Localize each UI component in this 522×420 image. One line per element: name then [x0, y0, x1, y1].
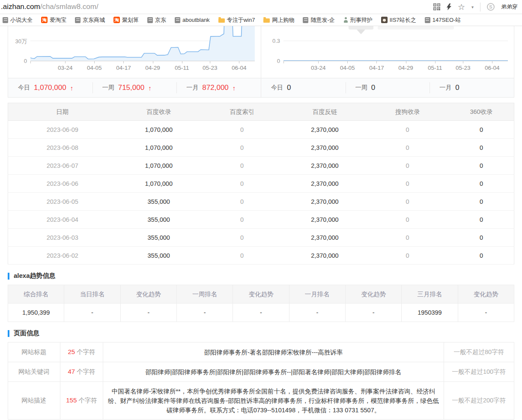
table-row: 2023-06-04355,00002,370,00000	[8, 211, 514, 229]
date-cell: 2023-06-03	[8, 229, 117, 247]
bookmark-item[interactable]: 网上购物	[263, 16, 294, 24]
bookmark-item[interactable]: 淘爱淘宝	[41, 16, 66, 24]
baidu-collect-trend-chart[interactable]: 30万 0 03-2404-0504-1704-2905-1105-2306-0…	[8, 26, 261, 78]
value-cell: 1,070,000	[117, 175, 201, 193]
value-cell: 2,370,000	[283, 229, 366, 247]
browser-toolbar-actions: ☆ ▾ S 弟弟穿	[433, 3, 518, 12]
bookmark-item[interactable]: 专注于win7	[218, 16, 255, 24]
value-cell: 2,370,000	[283, 247, 366, 265]
x-axis-tick	[283, 61, 284, 63]
bookmark-label: IIS7站长之	[390, 16, 416, 24]
bookmark-label: 京东	[155, 16, 166, 24]
chart-plot-area[interactable]: 03-2404-0504-1704-2905-1105-2306-04	[30, 26, 255, 61]
stat-month: 一月 0	[430, 78, 514, 97]
section-title-text: 页面信息	[14, 329, 39, 337]
profile-name[interactable]: 弟弟穿	[501, 3, 518, 11]
seo-overview-panel: 30万 0 03-2404-0504-1704-2905-1105-2306-0…	[8, 26, 514, 98]
value-cell: 0	[449, 211, 514, 229]
column-header: 日期	[8, 103, 117, 121]
site-title-value: 邵阳律师事务所-著名邵阳律师宋牧律所---高胜诉率	[103, 343, 444, 362]
value-cell: 0	[449, 175, 514, 193]
lightning-icon[interactable]	[447, 3, 451, 10]
x-axis-label: 04-05	[87, 65, 102, 71]
value-cell: 0	[366, 247, 449, 265]
y-axis-max-label: 30万	[8, 38, 27, 45]
chart-plot-area[interactable]: 03-2404-0504-1704-2905-1105-2306-04	[283, 26, 508, 61]
value-cell: 0	[449, 193, 514, 211]
x-axis-label: 06-04	[485, 65, 500, 71]
column-header: 搜狗收录	[366, 103, 449, 121]
x-axis-label: 05-11	[428, 65, 442, 71]
value-cell: 2,370,000	[283, 193, 366, 211]
bookmark-star-icon[interactable]: ☆	[458, 3, 465, 11]
toolbar-divider	[480, 3, 480, 12]
table-row: 1,950,399------1950399-	[8, 304, 514, 322]
value-cell: 0	[201, 139, 283, 157]
bookmark-item[interactable]: 京东	[147, 16, 166, 24]
s-circle-icon[interactable]: S	[487, 3, 495, 11]
value-cell: 0	[201, 247, 283, 265]
x-axis-label: 04-17	[116, 65, 131, 71]
value-cell: 0	[201, 211, 283, 229]
bookmark-item[interactable]: IIS7站长之	[381, 16, 416, 24]
bookmark-label: 网上购物	[272, 16, 294, 24]
bookmark-item[interactable]: 京东商城	[75, 16, 105, 24]
date-cell: 2023-06-06	[8, 175, 117, 193]
value-cell: 0	[449, 157, 514, 175]
y-axis-max-label: 0.3	[261, 38, 280, 44]
value-cell: 1,950,399	[8, 304, 64, 322]
bookmark-item[interactable]: 刑事辩护	[343, 16, 373, 24]
baidu-index-trend-chart[interactable]: 0.3 0 03-2404-0504-1704-2905-1105-2306-0…	[261, 26, 514, 78]
value-cell: 355,000	[117, 247, 201, 265]
date-cell: 2023-06-02	[8, 247, 117, 265]
x-axis-label: 03-24	[58, 65, 73, 71]
up-arrow-icon: ↑	[70, 84, 74, 92]
value-cell: 2,370,000	[283, 139, 366, 157]
column-header: 一周排名	[176, 285, 233, 304]
x-axis-tick	[376, 61, 377, 63]
bookmark-label: 刑事辩护	[350, 16, 373, 24]
chevron-down-icon[interactable]: ▾	[471, 5, 474, 9]
column-header: 百度反链	[283, 103, 366, 121]
char-count: 47个字符	[60, 362, 103, 382]
section-accent-bar	[8, 273, 9, 280]
column-header: 当日排名	[64, 285, 120, 304]
qr-code-icon[interactable]	[433, 3, 440, 10]
x-axis-tick	[347, 61, 348, 63]
table-header-row: 综合排名当日排名变化趋势一周排名变化趋势一月排名变化趋势三月排名变化趋势	[8, 285, 514, 304]
alexa-section-title: alexa趋势信息	[8, 272, 514, 280]
bookmark-item[interactable]: 随意发-企	[303, 16, 334, 24]
x-axis-tick	[30, 61, 31, 63]
value-cell: 1,070,000	[117, 157, 201, 175]
x-axis-tick	[406, 61, 406, 63]
bookmark-item[interactable]: 淘聚划算	[113, 16, 139, 24]
column-header: 百度收录	[117, 103, 201, 121]
stat-week: 一周 715,000 ↑	[92, 78, 177, 97]
column-header: 变化趋势	[345, 285, 401, 304]
x-axis-label: 04-29	[145, 65, 160, 71]
value-cell: -	[64, 304, 120, 322]
value-cell: 0	[201, 157, 283, 175]
x-axis-label: 03-24	[311, 65, 326, 71]
bookmark-item[interactable]: 147SEO-站	[425, 16, 461, 24]
table-row: 2023-06-071,070,00002,370,00000	[8, 157, 514, 175]
table-row: 2023-06-03355,00002,370,00000	[8, 229, 514, 247]
value-cell: 0	[366, 229, 449, 247]
url-path: /cha/smlaw8.com/	[40, 3, 98, 11]
value-cell: -	[289, 304, 345, 322]
x-axis-labels: 03-2404-0504-1704-2905-1105-2306-04	[283, 26, 508, 61]
table-row: 2023-06-02355,00002,370,00000	[8, 247, 514, 265]
bookmark-item[interactable]: 小说大全	[3, 16, 33, 24]
value-cell: 355,000	[117, 211, 201, 229]
x-axis-label: 05-23	[203, 65, 218, 71]
bookmark-label: aboutblank	[182, 17, 210, 23]
bookmark-item[interactable]: aboutblank	[175, 17, 210, 23]
doc-icon	[3, 17, 8, 23]
date-cell: 2023-06-04	[8, 211, 117, 229]
stats-row: 今日 1,070,000 ↑ 一周 715,000 ↑ 一月 872,000 ↑…	[8, 78, 514, 97]
url-text[interactable]: .aizhan.com/cha/smlaw8.com/	[1, 3, 98, 11]
baidu-index-stats: 今日 0 一周 0 一月 0	[261, 78, 514, 97]
section-title-text: alexa趋势信息	[14, 272, 56, 280]
site-keywords-value: 邵阳律师|邵阳律师事务所|邵阳律所|邵阳律师事务所--|邵阳著名律师|邵阳大律师…	[103, 362, 444, 382]
value-cell: 0	[366, 193, 449, 211]
